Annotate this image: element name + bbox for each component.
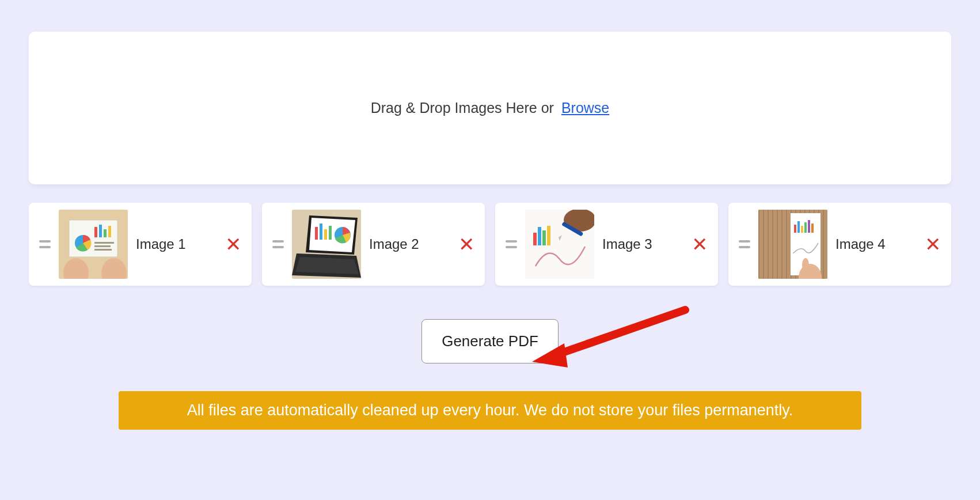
svg-rect-40	[808, 220, 810, 233]
close-icon: ✕	[692, 233, 708, 255]
image-label: Image 4	[835, 236, 917, 253]
svg-rect-39	[804, 222, 807, 233]
image-thumbnail	[758, 210, 827, 279]
remove-button[interactable]: ✕	[225, 234, 241, 254]
svg-rect-19	[324, 229, 327, 240]
svg-rect-17	[315, 227, 318, 240]
image-list: Image 1 ✕	[29, 203, 951, 286]
close-icon: ✕	[925, 233, 941, 255]
image-card: Image 2 ✕	[262, 203, 485, 286]
drag-handle-icon[interactable]	[272, 240, 284, 248]
svg-rect-20	[329, 226, 332, 240]
svg-rect-25	[538, 227, 541, 245]
svg-rect-27	[547, 226, 550, 245]
image-thumbnail	[59, 210, 128, 279]
generate-row: Generate PDF	[29, 319, 951, 363]
close-icon: ✕	[225, 233, 241, 255]
notice-banner: All files are automatically cleaned up e…	[119, 391, 861, 430]
image-card: Image 1 ✕	[29, 203, 252, 286]
remove-button[interactable]: ✕	[458, 234, 474, 254]
image-thumbnail	[292, 210, 361, 279]
image-thumbnail	[525, 210, 594, 279]
svg-rect-41	[811, 224, 814, 233]
generate-pdf-button[interactable]: Generate PDF	[421, 319, 559, 363]
browse-link[interactable]: Browse	[561, 100, 609, 116]
image-label: Image 2	[369, 236, 450, 253]
svg-rect-37	[797, 221, 800, 233]
svg-rect-26	[542, 230, 546, 245]
dropzone-text: Drag & Drop Images Here or Browse	[371, 100, 610, 116]
svg-rect-6	[108, 226, 111, 237]
dropzone-label: Drag & Drop Images Here or	[371, 100, 554, 116]
svg-rect-18	[320, 224, 322, 240]
image-label: Image 1	[136, 236, 217, 253]
drag-handle-icon[interactable]	[39, 240, 51, 248]
svg-rect-5	[104, 229, 107, 237]
svg-rect-8	[94, 245, 111, 247]
remove-button[interactable]: ✕	[925, 234, 941, 254]
svg-rect-38	[801, 226, 803, 233]
svg-rect-36	[794, 225, 796, 233]
image-label: Image 3	[602, 236, 683, 253]
svg-rect-7	[94, 242, 114, 244]
dropzone[interactable]: Drag & Drop Images Here or Browse	[29, 32, 951, 184]
close-icon: ✕	[458, 233, 474, 255]
drag-handle-icon[interactable]	[506, 240, 517, 248]
svg-rect-9	[94, 249, 112, 251]
drag-handle-icon[interactable]	[739, 240, 750, 248]
svg-marker-16	[295, 257, 359, 274]
image-card: Image 4 ✕	[728, 203, 951, 286]
image-card: Image 3 ✕	[495, 203, 718, 286]
remove-button[interactable]: ✕	[692, 234, 708, 254]
svg-rect-24	[533, 233, 537, 245]
svg-line-44	[553, 310, 685, 356]
svg-point-43	[802, 258, 809, 272]
svg-rect-4	[99, 225, 102, 237]
svg-rect-3	[94, 227, 97, 237]
